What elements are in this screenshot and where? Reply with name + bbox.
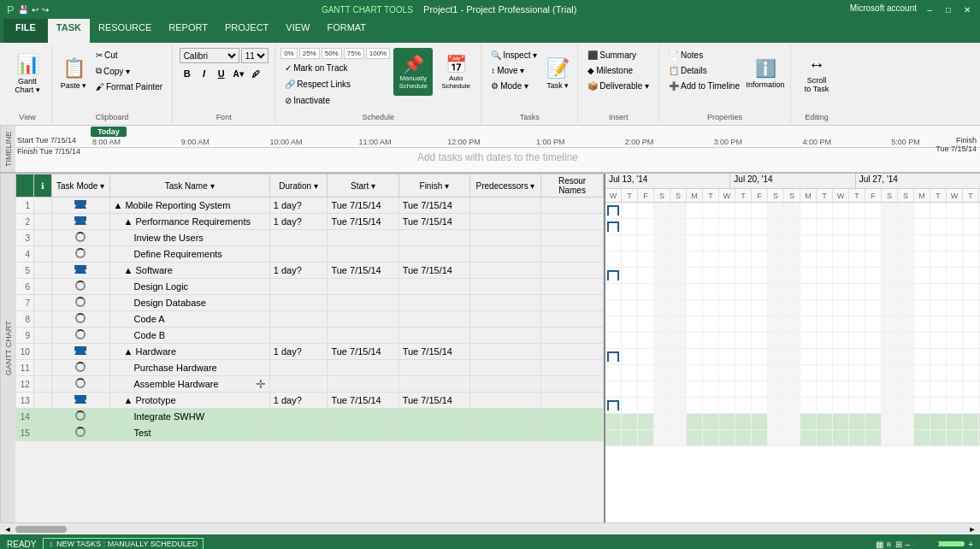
progress-75[interactable]: 75% — [344, 48, 364, 59]
task-name-cell[interactable]: ▲ Hardware — [109, 344, 269, 360]
font-color-icon[interactable]: A▾ — [231, 66, 246, 81]
close-btn[interactable]: ✕ — [961, 3, 973, 15]
task-name-cell[interactable]: Code A — [109, 311, 269, 328]
paste-icon: 📋 — [62, 57, 86, 80]
scroll-left-btn[interactable]: ◄ — [0, 523, 15, 535]
gantt-bracket — [607, 351, 619, 362]
task-name-cell[interactable]: ▲ Mobile Reporting System — [109, 198, 269, 214]
gantt-cell — [865, 203, 882, 218]
gantt-chart-btn[interactable]: 📊 GanttChart ▾ — [9, 48, 46, 99]
manually-schedule-btn[interactable]: 📌 ManuallySchedule — [393, 48, 433, 96]
header-resource-names[interactable]: ResourNames — [541, 174, 604, 198]
scroll-thumb[interactable] — [15, 526, 67, 533]
header-finish[interactable]: Finish ▾ — [398, 174, 469, 198]
scroll-right-btn[interactable]: ► — [965, 523, 980, 535]
gantt-cell — [735, 203, 752, 218]
header-predecessors[interactable]: Predecessors ▾ — [469, 174, 540, 198]
add-to-timeline-btn[interactable]: ➕ Add to Timeline — [664, 79, 744, 93]
task-name-cell[interactable]: Integrate SWHW — [109, 409, 269, 425]
layout-icon-1[interactable]: ▦ — [876, 540, 883, 549]
tab-format[interactable]: FORMAT — [318, 19, 375, 43]
zoom-in-btn[interactable]: + — [968, 540, 973, 549]
progress-row: 0% 25% 50% 75% 100% — [280, 48, 390, 59]
task-name-cell[interactable]: Purchase Hardware — [109, 360, 269, 376]
font-family-select[interactable]: Calibri — [180, 48, 239, 63]
cut-btn[interactable]: ✂ Cut — [92, 48, 167, 62]
auto-schedule-btn[interactable]: 📅 AutoSchedule — [436, 48, 475, 96]
information-btn[interactable]: ℹ️ Information — [746, 48, 785, 99]
zoom-out-btn[interactable]: – — [906, 540, 911, 549]
maximize-btn[interactable]: □ — [942, 3, 954, 15]
task-name-cell[interactable]: Design Logic — [109, 279, 269, 295]
underline-btn[interactable]: U — [214, 66, 229, 81]
task-name-cell[interactable]: Test — [109, 425, 269, 441]
task-btn[interactable]: 📝 Task ▾ — [543, 48, 572, 99]
gantt-cell — [849, 300, 865, 316]
gantt-cell — [914, 251, 930, 267]
scroll-to-task-btn[interactable]: ↔ Scrollto Task — [798, 48, 835, 99]
zoom-slider[interactable] — [913, 541, 965, 546]
task-name-cell[interactable]: Code B — [109, 328, 269, 344]
inactivate-btn[interactable]: ⊘ Inactivate — [280, 93, 390, 108]
format-painter-btn[interactable]: 🖌 Format Painter — [92, 80, 167, 94]
gantt-cell — [882, 414, 898, 429]
font-size-select[interactable]: 11 — [241, 48, 269, 63]
respect-links-btn[interactable]: 🔗 Respect Links — [280, 77, 390, 92]
quick-save-icon[interactable]: 💾 — [18, 5, 28, 15]
info-cell — [33, 344, 51, 360]
gantt-cell — [914, 219, 930, 234]
task-name-cell[interactable]: ▲ Performance Requirements — [109, 214, 269, 230]
copy-btn[interactable]: ⧉ Copy ▾ — [92, 63, 167, 79]
tab-task[interactable]: TASK — [48, 19, 90, 43]
today-btn[interactable]: Today — [91, 127, 127, 137]
tab-report[interactable]: REPORT — [160, 19, 216, 43]
task-name-cell[interactable]: ▲ Prototype — [109, 393, 269, 409]
task-name-cell[interactable]: Assemble Hardware✛ — [109, 376, 269, 393]
gantt-cell — [670, 203, 687, 218]
layout-icon-2[interactable]: ≡ — [887, 540, 892, 549]
header-task-mode[interactable]: Task Mode ▾ — [51, 174, 109, 198]
tab-resource[interactable]: RESOURCE — [90, 19, 160, 43]
ms-account[interactable]: Microsoft account — [850, 3, 917, 15]
tab-view[interactable]: VIEW — [277, 19, 318, 43]
progress-50[interactable]: 50% — [322, 48, 342, 59]
mark-on-track-btn[interactable]: ✓ Mark on Track — [280, 61, 390, 75]
task-name-cell[interactable]: Design Database — [109, 295, 269, 311]
italic-btn[interactable]: I — [197, 66, 212, 81]
undo-icon[interactable]: ↩ — [32, 5, 38, 15]
minimize-btn[interactable]: – — [924, 3, 936, 15]
header-duration[interactable]: Duration ▾ — [269, 174, 328, 198]
details-btn[interactable]: 📋 Details — [664, 63, 744, 78]
gantt-day-cell: F — [638, 189, 654, 202]
task-name-cell[interactable]: Inview the Users — [109, 230, 269, 246]
inspect-btn[interactable]: 🔍 Inspect ▾ — [487, 48, 541, 62]
tab-project[interactable]: PROJECT — [216, 19, 277, 43]
deliverable-btn[interactable]: 📦 Deliverable ▾ — [583, 79, 653, 93]
redo-icon[interactable]: ↪ — [42, 5, 49, 15]
task-name-cell[interactable]: ▲ Software — [109, 263, 269, 279]
start-cell — [328, 328, 398, 344]
progress-100[interactable]: 100% — [366, 48, 390, 59]
task-name-cell[interactable]: Define Requirements — [109, 246, 269, 263]
gantt-cell — [670, 365, 687, 381]
summary-btn[interactable]: ⬛ Summary — [583, 48, 653, 62]
progress-25[interactable]: 25% — [299, 48, 320, 59]
duration-cell — [269, 295, 328, 311]
move-btn[interactable]: ↕ Move ▾ — [487, 63, 541, 78]
bold-btn[interactable]: B — [180, 66, 195, 81]
notes-btn[interactable]: 📄 Notes — [664, 48, 744, 62]
mode-btn[interactable]: ⚙ Mode ▾ — [487, 79, 541, 93]
milestone-btn[interactable]: ◆ Milestone — [583, 63, 653, 78]
task-mode-cell — [51, 279, 109, 295]
gantt-day-cell: T — [622, 189, 638, 202]
ribbon: 📊 GanttChart ▾ View 📋 Paste ▾ ✂ Cut ⧉ Co… — [0, 43, 980, 126]
header-task-name[interactable]: Task Name ▾ — [109, 174, 269, 198]
highlight-icon[interactable]: 🖊 — [248, 66, 263, 81]
progress-0[interactable]: 0% — [280, 48, 298, 59]
paste-btn[interactable]: 📋 Paste ▾ — [57, 48, 90, 99]
gantt-cell — [768, 235, 784, 251]
header-start[interactable]: Start ▾ — [328, 174, 398, 198]
tab-file[interactable]: FILE — [3, 19, 48, 43]
layout-icon-3[interactable]: ⊞ — [895, 540, 902, 549]
gantt-cell — [622, 398, 638, 413]
